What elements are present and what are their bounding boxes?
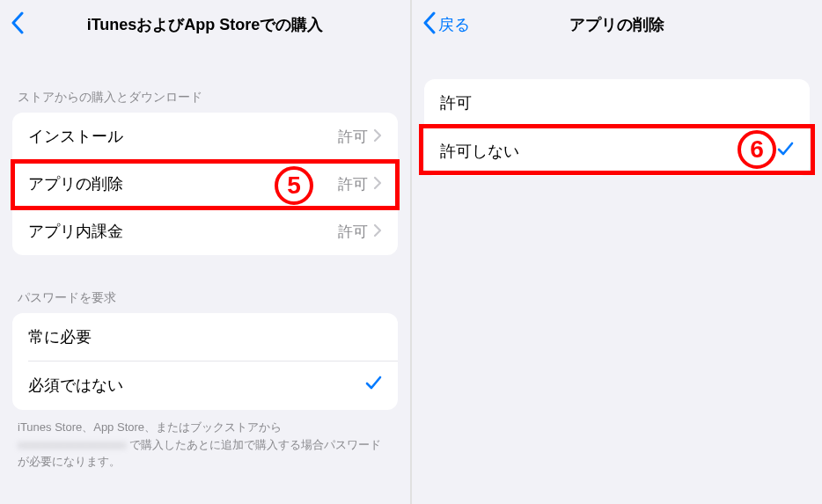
row-install[interactable]: インストール 許可 (12, 113, 398, 160)
checkmark-icon (776, 140, 794, 163)
row-value: 許可 (338, 222, 368, 242)
page-title: iTunesおよびApp Storeでの購入 (0, 14, 410, 35)
row-always-require[interactable]: 常に必要 (12, 313, 398, 361)
row-dont-allow[interactable]: 許可しない (424, 127, 810, 176)
row-label: アプリ内課金 (28, 221, 338, 242)
row-in-app-purchase[interactable]: アプリ内課金 許可 (12, 208, 398, 255)
footer-text: iTunes Store、App Store、またはブックストアから xxxxx… (0, 410, 410, 471)
row-value: 許可 (338, 127, 368, 147)
back-label[interactable]: 戻る (438, 14, 470, 35)
list-allow: 許可 許可しない 6 (424, 79, 810, 176)
back-chevron-icon[interactable] (11, 11, 25, 39)
chevron-right-icon (373, 222, 382, 242)
footer-blurred: xxxxxxxxxxxxxxxxxxx (18, 438, 127, 451)
row-label: 許可しない (440, 141, 776, 162)
chevron-right-icon (373, 174, 382, 194)
header-right: 戻る アプリの削除 (412, 0, 822, 49)
chevron-right-icon (373, 127, 382, 147)
section-header-password: パスワードを要求 (0, 290, 410, 313)
row-label: インストール (28, 126, 338, 147)
list-password: 常に必要 必須ではない (12, 313, 398, 410)
left-pane: iTunesおよびApp Storeでの購入 ストアからの購入とダウンロード イ… (0, 0, 412, 504)
row-allow[interactable]: 許可 (424, 79, 810, 127)
row-not-required[interactable]: 必須ではない (12, 361, 398, 410)
row-label: 常に必要 (28, 326, 382, 347)
page-title: アプリの削除 (412, 14, 822, 35)
checkmark-icon (364, 374, 382, 397)
header-left: iTunesおよびApp Storeでの購入 (0, 0, 410, 49)
row-value: 許可 (338, 174, 368, 194)
row-label: アプリの削除 (28, 173, 338, 194)
back-chevron-icon[interactable] (422, 11, 437, 39)
footer-part1: iTunes Store、App Store、またはブックストアから (18, 420, 282, 434)
section-header-store: ストアからの購入とダウンロード (0, 90, 410, 113)
row-label: 許可 (440, 92, 794, 113)
row-label: 必須ではない (28, 375, 364, 396)
list-store: インストール 許可 アプリの削除 許可 アプリ内課金 許可 5 (12, 113, 398, 255)
row-delete-apps[interactable]: アプリの削除 許可 (12, 160, 398, 208)
right-pane: 戻る アプリの削除 許可 許可しない 6 (412, 0, 822, 504)
